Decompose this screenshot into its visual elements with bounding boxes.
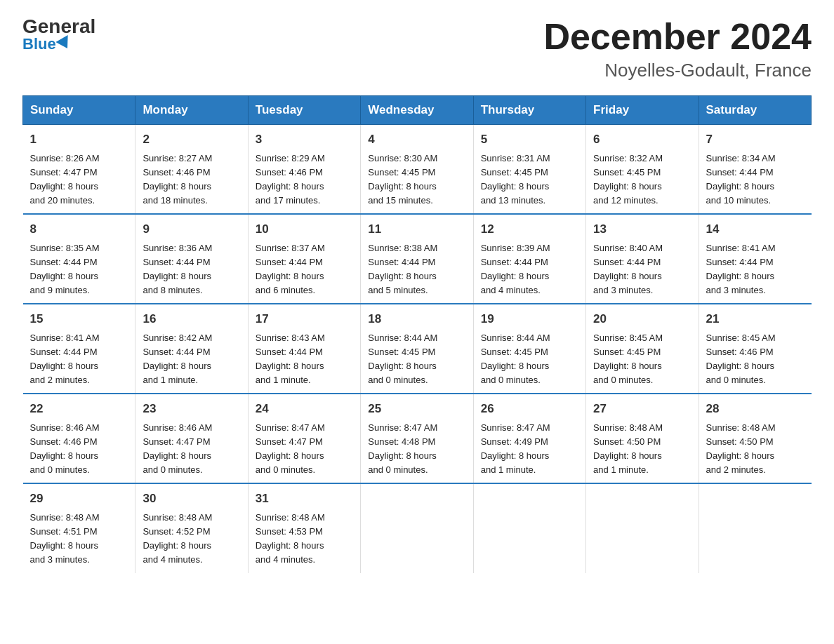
day-info: Sunrise: 8:47 AMSunset: 4:49 PMDaylight:…	[481, 421, 578, 478]
day-number: 7	[706, 130, 805, 149]
calendar-cell: 31Sunrise: 8:48 AMSunset: 4:53 PMDayligh…	[248, 483, 360, 572]
day-number: 29	[30, 490, 128, 508]
calendar-week-row: 8Sunrise: 8:35 AMSunset: 4:44 PMDaylight…	[23, 214, 812, 304]
day-info: Sunrise: 8:37 AMSunset: 4:44 PMDaylight:…	[256, 241, 353, 298]
weekday-header-tuesday: Tuesday	[248, 96, 360, 125]
day-info: Sunrise: 8:34 AMSunset: 4:44 PMDaylight:…	[706, 152, 805, 208]
calendar-cell	[473, 483, 585, 572]
calendar-cell: 14Sunrise: 8:41 AMSunset: 4:44 PMDayligh…	[699, 214, 811, 304]
logo: General Blue	[22, 17, 95, 52]
calendar-cell: 20Sunrise: 8:45 AMSunset: 4:45 PMDayligh…	[586, 304, 699, 394]
day-number: 8	[30, 220, 128, 239]
weekday-header-thursday: Thursday	[473, 96, 585, 125]
calendar-cell: 12Sunrise: 8:39 AMSunset: 4:44 PMDayligh…	[473, 214, 585, 304]
day-info: Sunrise: 8:42 AMSunset: 4:44 PMDaylight:…	[143, 331, 240, 388]
day-info: Sunrise: 8:47 AMSunset: 4:48 PMDaylight:…	[368, 421, 465, 478]
calendar-cell: 29Sunrise: 8:48 AMSunset: 4:51 PMDayligh…	[23, 483, 135, 572]
calendar-cell: 4Sunrise: 8:30 AMSunset: 4:45 PMDaylight…	[361, 125, 473, 215]
calendar-week-row: 1Sunrise: 8:26 AMSunset: 4:47 PMDaylight…	[23, 125, 812, 215]
calendar-cell: 21Sunrise: 8:45 AMSunset: 4:46 PMDayligh…	[699, 304, 811, 394]
calendar-cell: 11Sunrise: 8:38 AMSunset: 4:44 PMDayligh…	[361, 214, 473, 304]
day-number: 20	[593, 310, 691, 328]
day-info: Sunrise: 8:48 AMSunset: 4:50 PMDaylight:…	[593, 421, 691, 478]
logo-blue-text: Blue	[22, 36, 95, 52]
day-info: Sunrise: 8:41 AMSunset: 4:44 PMDaylight:…	[30, 331, 128, 388]
calendar-cell	[586, 483, 699, 572]
day-info: Sunrise: 8:48 AMSunset: 4:53 PMDaylight:…	[256, 511, 353, 568]
day-number: 3	[256, 130, 353, 149]
day-info: Sunrise: 8:40 AMSunset: 4:44 PMDaylight:…	[593, 241, 691, 298]
weekday-header-wednesday: Wednesday	[361, 96, 473, 125]
calendar-header: SundayMondayTuesdayWednesdayThursdayFrid…	[23, 96, 812, 125]
weekday-header-row: SundayMondayTuesdayWednesdayThursdayFrid…	[23, 96, 812, 125]
day-number: 4	[368, 130, 465, 149]
calendar-cell: 19Sunrise: 8:44 AMSunset: 4:45 PMDayligh…	[473, 304, 585, 394]
day-number: 16	[143, 310, 240, 328]
day-number: 30	[143, 490, 240, 508]
day-number: 22	[30, 400, 128, 418]
day-info: Sunrise: 8:48 AMSunset: 4:52 PMDaylight:…	[143, 511, 240, 568]
day-info: Sunrise: 8:27 AMSunset: 4:46 PMDaylight:…	[143, 152, 240, 208]
day-info: Sunrise: 8:45 AMSunset: 4:45 PMDaylight:…	[593, 331, 691, 388]
day-info: Sunrise: 8:41 AMSunset: 4:44 PMDaylight:…	[706, 241, 805, 298]
calendar-cell: 25Sunrise: 8:47 AMSunset: 4:48 PMDayligh…	[361, 394, 473, 483]
calendar-cell: 30Sunrise: 8:48 AMSunset: 4:52 PMDayligh…	[135, 483, 248, 572]
day-info: Sunrise: 8:30 AMSunset: 4:45 PMDaylight:…	[368, 152, 465, 208]
day-number: 11	[368, 220, 465, 239]
day-info: Sunrise: 8:44 AMSunset: 4:45 PMDaylight:…	[368, 331, 465, 388]
calendar-cell	[699, 483, 811, 572]
logo-general-text: General	[22, 17, 95, 36]
calendar-body: 1Sunrise: 8:26 AMSunset: 4:47 PMDaylight…	[23, 125, 812, 573]
calendar-table: SundayMondayTuesdayWednesdayThursdayFrid…	[22, 95, 812, 572]
day-number: 19	[481, 310, 578, 328]
weekday-header-sunday: Sunday	[23, 96, 135, 125]
logo-triangle-icon	[55, 35, 73, 52]
calendar-cell: 22Sunrise: 8:46 AMSunset: 4:46 PMDayligh…	[23, 394, 135, 483]
calendar-cell: 5Sunrise: 8:31 AMSunset: 4:45 PMDaylight…	[473, 125, 585, 215]
day-number: 27	[593, 400, 691, 418]
day-number: 21	[706, 310, 805, 328]
day-number: 9	[143, 220, 240, 239]
day-number: 1	[30, 130, 128, 149]
day-number: 26	[481, 400, 578, 418]
calendar-cell: 3Sunrise: 8:29 AMSunset: 4:46 PMDaylight…	[248, 125, 360, 215]
location-title: Noyelles-Godault, France	[543, 60, 812, 81]
header-right: December 2024 Noyelles-Godault, France	[543, 17, 812, 81]
day-number: 2	[143, 130, 240, 149]
day-number: 31	[256, 490, 353, 508]
day-number: 14	[706, 220, 805, 239]
day-info: Sunrise: 8:36 AMSunset: 4:44 PMDaylight:…	[143, 241, 240, 298]
calendar-cell: 6Sunrise: 8:32 AMSunset: 4:45 PMDaylight…	[586, 125, 699, 215]
calendar-week-row: 15Sunrise: 8:41 AMSunset: 4:44 PMDayligh…	[23, 304, 812, 394]
calendar-cell: 8Sunrise: 8:35 AMSunset: 4:44 PMDaylight…	[23, 214, 135, 304]
calendar-cell: 18Sunrise: 8:44 AMSunset: 4:45 PMDayligh…	[361, 304, 473, 394]
calendar-cell: 28Sunrise: 8:48 AMSunset: 4:50 PMDayligh…	[699, 394, 811, 483]
weekday-header-friday: Friday	[586, 96, 699, 125]
calendar-cell: 13Sunrise: 8:40 AMSunset: 4:44 PMDayligh…	[586, 214, 699, 304]
calendar-cell: 27Sunrise: 8:48 AMSunset: 4:50 PMDayligh…	[586, 394, 699, 483]
day-number: 18	[368, 310, 465, 328]
calendar-cell: 26Sunrise: 8:47 AMSunset: 4:49 PMDayligh…	[473, 394, 585, 483]
calendar-cell: 16Sunrise: 8:42 AMSunset: 4:44 PMDayligh…	[135, 304, 248, 394]
day-info: Sunrise: 8:39 AMSunset: 4:44 PMDaylight:…	[481, 241, 578, 298]
calendar-cell: 7Sunrise: 8:34 AMSunset: 4:44 PMDaylight…	[699, 125, 811, 215]
calendar-cell: 17Sunrise: 8:43 AMSunset: 4:44 PMDayligh…	[248, 304, 360, 394]
day-number: 12	[481, 220, 578, 239]
weekday-header-monday: Monday	[135, 96, 248, 125]
calendar-cell: 10Sunrise: 8:37 AMSunset: 4:44 PMDayligh…	[248, 214, 360, 304]
calendar-week-row: 29Sunrise: 8:48 AMSunset: 4:51 PMDayligh…	[23, 483, 812, 572]
day-info: Sunrise: 8:38 AMSunset: 4:44 PMDaylight:…	[368, 241, 465, 298]
calendar-cell: 9Sunrise: 8:36 AMSunset: 4:44 PMDaylight…	[135, 214, 248, 304]
calendar-cell	[361, 483, 473, 572]
day-number: 23	[143, 400, 240, 418]
day-info: Sunrise: 8:45 AMSunset: 4:46 PMDaylight:…	[706, 331, 805, 388]
calendar-cell: 2Sunrise: 8:27 AMSunset: 4:46 PMDaylight…	[135, 125, 248, 215]
day-info: Sunrise: 8:44 AMSunset: 4:45 PMDaylight:…	[481, 331, 578, 388]
day-number: 28	[706, 400, 805, 418]
page-header: General Blue December 2024 Noyelles-Goda…	[22, 17, 812, 81]
day-info: Sunrise: 8:35 AMSunset: 4:44 PMDaylight:…	[30, 241, 128, 298]
day-number: 6	[593, 130, 691, 149]
day-info: Sunrise: 8:29 AMSunset: 4:46 PMDaylight:…	[256, 152, 353, 208]
day-number: 5	[481, 130, 578, 149]
calendar-week-row: 22Sunrise: 8:46 AMSunset: 4:46 PMDayligh…	[23, 394, 812, 483]
